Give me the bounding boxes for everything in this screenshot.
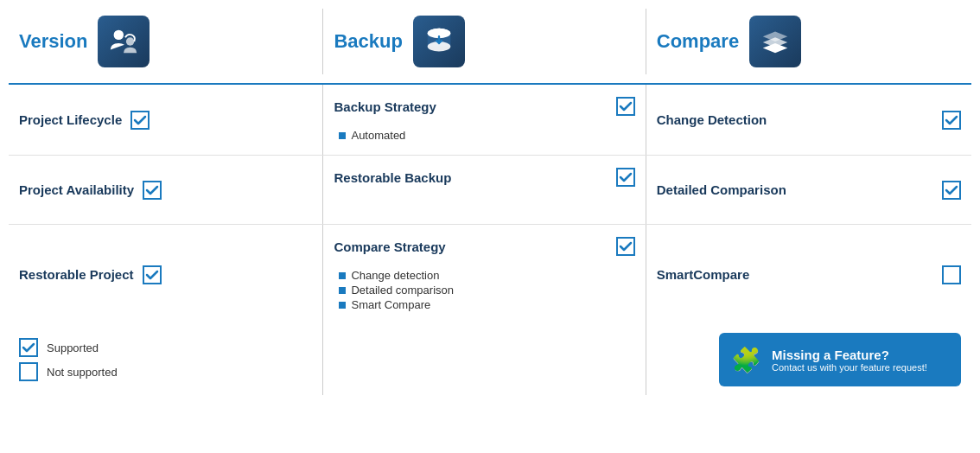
version-checkbox xyxy=(130,111,150,130)
legend-section: Supported Not supported xyxy=(9,324,322,395)
bullet-text: Detailed comparison xyxy=(351,284,454,297)
table-row: Restorable Project Compare Strategy Chan… xyxy=(9,225,971,324)
version-checkbox xyxy=(143,181,162,200)
legend: Supported Not supported xyxy=(9,324,322,395)
svg-point-0 xyxy=(114,30,124,40)
legend-supported-label: Supported xyxy=(47,341,99,354)
backup-cell-label: Restorable Backup xyxy=(334,170,451,185)
compare-bottom: 🧩 Missing a Feature? Contact us with you… xyxy=(646,324,971,395)
version-icon xyxy=(107,25,140,58)
bullet-text: Smart Compare xyxy=(351,298,430,311)
bottom-section: Supported Not supported 🧩 Missing a Feat… xyxy=(9,324,971,395)
backup-icon xyxy=(423,25,455,58)
legend-not-supported-label: Not supported xyxy=(47,366,118,379)
version-cell-label: Project Lifecycle xyxy=(19,112,122,127)
feature-banner[interactable]: 🧩 Missing a Feature? Contact us with you… xyxy=(719,333,961,386)
compare-cell-label: SmartCompare xyxy=(657,267,750,282)
backup-bottom xyxy=(322,324,645,395)
legend-supported: Supported xyxy=(19,338,312,357)
list-item: Change detection xyxy=(339,268,454,283)
banner-subtitle: Contact us with your feature request! xyxy=(772,362,927,373)
banner-text: Missing a Feature? Contact us with your … xyxy=(772,348,927,373)
backup-bullets: Automated xyxy=(334,128,405,143)
compare-cell: Detailed Comparison xyxy=(646,156,971,224)
version-icon-box xyxy=(98,16,150,67)
compare-icon-box xyxy=(749,16,801,67)
list-item: Automated xyxy=(339,128,405,143)
version-cell-label: Project Availability xyxy=(19,182,134,197)
compare-title: Compare xyxy=(657,30,739,53)
backup-title: Backup xyxy=(334,30,402,53)
compare-header: Compare xyxy=(646,9,971,74)
backup-checkbox xyxy=(616,97,635,116)
bullet-icon xyxy=(339,302,346,309)
compare-checkbox xyxy=(942,181,961,200)
backup-checkbox xyxy=(616,168,635,187)
table-row: Project Availability Restorable Backup D… xyxy=(9,156,971,225)
banner-title: Missing a Feature? xyxy=(772,348,927,362)
backup-cell: Restorable Backup xyxy=(322,156,645,224)
compare-cell-label: Change Detection xyxy=(657,112,767,127)
compare-icon xyxy=(759,25,792,58)
version-cell-label: Restorable Project xyxy=(19,267,134,282)
puzzle-icon: 🧩 xyxy=(731,346,761,374)
compare-cell-label: Detailed Comparison xyxy=(657,182,786,197)
version-header: Version xyxy=(9,9,322,74)
list-item: Detailed comparison xyxy=(339,283,454,297)
backup-bullets: Change detectionDetailed comparisonSmart… xyxy=(334,268,454,312)
bullet-icon xyxy=(339,287,346,294)
compare-checkbox xyxy=(942,111,961,130)
backup-header: Backup xyxy=(322,9,645,74)
legend-not-supported: Not supported xyxy=(19,362,312,381)
backup-cell-header: Backup Strategy xyxy=(334,97,634,116)
version-cell: Project Lifecycle xyxy=(9,85,322,155)
version-title: Version xyxy=(19,30,87,53)
backup-cell-header: Restorable Backup xyxy=(334,168,634,187)
backup-cell-header: Compare Strategy xyxy=(334,237,634,256)
version-cell: Project Availability xyxy=(9,156,322,224)
bullet-text: Automated xyxy=(351,129,405,142)
legend-supported-checkbox xyxy=(19,338,38,357)
list-item: Smart Compare xyxy=(339,297,454,312)
table-row: Project Lifecycle Backup Strategy Automa… xyxy=(9,85,971,156)
bullet-icon xyxy=(339,272,346,279)
backup-cell: Compare Strategy Change detectionDetaile… xyxy=(322,225,645,324)
version-checkbox xyxy=(143,265,162,284)
backup-checkbox xyxy=(616,237,635,256)
backup-cell-label: Compare Strategy xyxy=(334,239,445,254)
version-cell: Restorable Project xyxy=(9,225,322,324)
backup-cell: Backup Strategy Automated xyxy=(322,85,645,155)
backup-icon-box xyxy=(413,16,465,67)
bullet-icon xyxy=(339,132,346,139)
legend-not-supported-checkbox xyxy=(19,362,38,381)
backup-cell-label: Backup Strategy xyxy=(334,99,436,114)
svg-point-1 xyxy=(126,37,135,46)
compare-cell: Change Detection xyxy=(646,85,971,155)
compare-cell: SmartCompare xyxy=(646,225,971,324)
compare-checkbox xyxy=(942,265,961,284)
bullet-text: Change detection xyxy=(351,269,439,282)
data-rows: Project Lifecycle Backup Strategy Automa… xyxy=(9,85,971,324)
